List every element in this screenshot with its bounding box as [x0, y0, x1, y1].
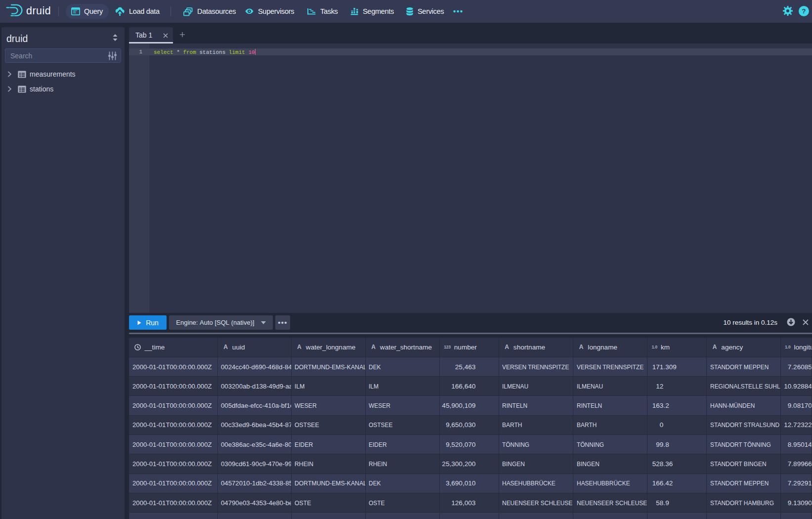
svg-text:?: ? — [802, 7, 806, 15]
